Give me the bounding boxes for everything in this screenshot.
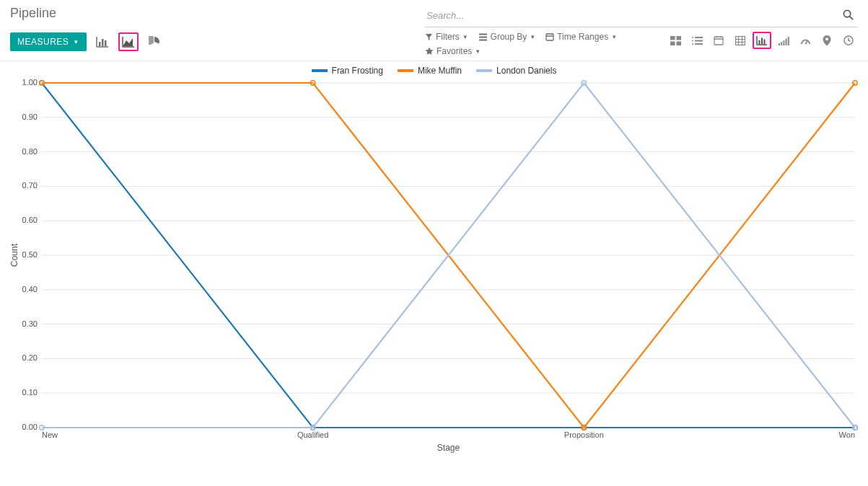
svg-rect-5 (546, 34, 553, 40)
svg-rect-7 (676, 36, 681, 40)
svg-text:New: New (42, 430, 58, 439)
gauge-icon (800, 35, 811, 46)
legend-item[interactable]: London Daniels (476, 66, 556, 76)
caret-down-icon: ▼ (73, 39, 79, 45)
svg-text:0.40: 0.40 (22, 285, 38, 293)
favorites-dropdown[interactable]: Favorites ▼ (425, 46, 481, 56)
bar-chart-icon (96, 36, 109, 48)
funnel-icon (425, 33, 433, 41)
pivot-icon (735, 36, 745, 45)
svg-text:0.50: 0.50 (22, 250, 38, 259)
legend-swatch (312, 69, 328, 72)
svg-text:0.60: 0.60 (22, 216, 38, 224)
activity-view-button[interactable] (839, 32, 858, 49)
filters-dropdown[interactable]: Filters ▼ (425, 32, 468, 42)
chart-legend: Fran FrostingMike MuffinLondon Daniels (9, 66, 859, 76)
svg-point-12 (692, 43, 693, 45)
measures-label: MEASURES (17, 37, 69, 47)
svg-text:0.10: 0.10 (22, 388, 38, 397)
map-view-button[interactable] (817, 32, 836, 49)
svg-rect-9 (676, 41, 681, 45)
calendar-view-button[interactable] (709, 32, 728, 49)
group-by-dropdown[interactable]: Group By ▼ (478, 32, 536, 42)
legend-label: London Daniels (496, 66, 556, 76)
legend-swatch (476, 69, 492, 72)
line-chart-type-button[interactable] (118, 32, 139, 51)
svg-text:0.80: 0.80 (22, 147, 38, 156)
legend-swatch (398, 69, 413, 72)
caret-down-icon: ▼ (463, 34, 468, 40)
time-ranges-label: Time Ranges (557, 32, 608, 42)
svg-rect-16 (761, 38, 763, 45)
search-button[interactable] (838, 9, 858, 23)
caret-down-icon: ▼ (530, 34, 535, 40)
legend-label: Fran Frosting (332, 66, 383, 76)
svg-text:0.70: 0.70 (22, 181, 38, 190)
calendar-view-icon (714, 35, 724, 45)
kanban-view-button[interactable] (666, 32, 685, 49)
svg-rect-0 (99, 42, 101, 46)
pie-chart-type-button[interactable] (144, 32, 165, 51)
svg-point-65 (853, 425, 857, 430)
svg-line-4 (850, 16, 853, 19)
svg-rect-2 (105, 40, 107, 46)
legend-label: Mike Muffin (418, 66, 462, 76)
svg-point-59 (310, 81, 315, 85)
clock-icon (843, 35, 854, 45)
svg-text:0.20: 0.20 (22, 353, 38, 362)
time-ranges-dropdown[interactable]: Time Ranges ▼ (545, 32, 617, 42)
map-marker-icon (823, 35, 831, 46)
pie-chart-icon (149, 36, 160, 48)
dashboard-view-button[interactable] (774, 32, 793, 49)
group-by-label: Group By (491, 32, 527, 42)
svg-rect-15 (759, 40, 760, 44)
svg-rect-18 (779, 43, 780, 45)
search-input[interactable] (425, 7, 838, 24)
bar-chart-type-button[interactable] (92, 32, 113, 51)
legend-item[interactable]: Mike Muffin (398, 66, 462, 76)
svg-point-3 (843, 10, 850, 17)
list-view-button[interactable] (688, 32, 706, 49)
graph-icon (756, 35, 768, 45)
svg-rect-22 (787, 37, 789, 45)
svg-line-23 (805, 41, 807, 44)
svg-point-11 (692, 40, 693, 41)
page-title: Pipeline (10, 6, 165, 21)
list-view-icon (692, 36, 703, 45)
svg-text:Proposition: Proposition (564, 430, 604, 439)
kanban-icon (670, 36, 681, 45)
graph-view-button[interactable] (753, 32, 771, 49)
svg-text:0.30: 0.30 (22, 319, 38, 328)
search-icon (843, 9, 854, 20)
svg-rect-8 (670, 41, 675, 45)
svg-point-10 (692, 37, 693, 38)
svg-text:0.90: 0.90 (22, 112, 38, 121)
svg-point-58 (40, 81, 44, 85)
svg-text:1.00: 1.00 (22, 79, 38, 87)
svg-rect-6 (670, 36, 675, 40)
svg-point-63 (310, 425, 315, 430)
list-icon (478, 33, 488, 41)
svg-point-64 (582, 81, 586, 85)
line-chart: 0.000.100.200.300.400.500.600.700.800.90… (9, 79, 859, 454)
svg-rect-17 (764, 40, 766, 45)
pivot-view-button[interactable] (731, 32, 750, 49)
bars-signal-icon (779, 36, 789, 45)
line-chart-icon (122, 36, 135, 48)
svg-text:Won: Won (839, 430, 855, 439)
caret-down-icon: ▼ (475, 48, 481, 55)
star-icon (425, 47, 434, 56)
svg-rect-13 (714, 37, 723, 45)
calendar-icon (545, 32, 554, 41)
svg-rect-20 (783, 40, 784, 45)
cohort-view-button[interactable] (796, 32, 815, 49)
svg-point-60 (582, 425, 586, 430)
measures-button[interactable]: MEASURES ▼ (10, 32, 87, 51)
legend-item[interactable]: Fran Frosting (312, 66, 383, 76)
favorites-label: Favorites (437, 46, 472, 56)
svg-rect-19 (781, 42, 782, 45)
svg-text:Count: Count (9, 243, 19, 267)
svg-point-24 (825, 37, 828, 40)
svg-text:Qualified: Qualified (297, 430, 328, 439)
svg-point-62 (40, 425, 44, 430)
